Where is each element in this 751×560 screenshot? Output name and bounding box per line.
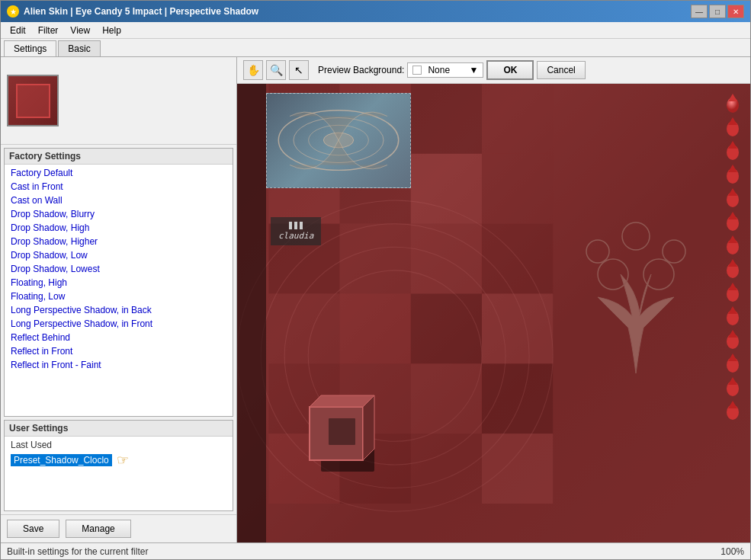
maximize-button[interactable]: □ — [709, 5, 726, 18]
list-item-reflect-faint[interactable]: Reflect in Front - Faint — [5, 358, 233, 372]
list-item-factory-default[interactable]: Factory Default — [5, 166, 233, 180]
status-bar: Built-in settings for the current filter… — [1, 542, 750, 559]
top-toolbar: ✋ 🔍 ↖ Preview Background: None ▼ ☞ OK Ca… — [237, 57, 750, 84]
svg-marker-50 — [728, 165, 737, 172]
preview-bg-value: None — [428, 65, 450, 75]
save-button[interactable]: Save — [7, 520, 59, 538]
list-item-cast-front[interactable]: Cast in Front — [5, 180, 233, 194]
ok-button[interactable]: OK — [486, 60, 534, 80]
tab-basic[interactable]: Basic — [58, 40, 100, 56]
minimize-button[interactable]: — — [691, 5, 708, 18]
status-text: Built-in settings for the current filter — [7, 546, 148, 557]
svg-marker-68 — [728, 377, 737, 385]
preview-thumbnail — [7, 75, 59, 126]
arrow-pointer-icon: ☞ — [117, 452, 129, 469]
svg-point-39 — [643, 259, 674, 290]
list-item-drop-high[interactable]: Drop Shadow, High — [5, 221, 233, 235]
svg-marker-44 — [728, 94, 737, 101]
manage-button[interactable]: Manage — [66, 520, 130, 538]
svg-point-42 — [622, 222, 650, 250]
svg-rect-12 — [482, 224, 553, 294]
list-item-floating-high[interactable]: Floating, High — [5, 276, 233, 290]
tabs-bar: Settings Basic — [1, 39, 750, 57]
svg-rect-8 — [482, 154, 553, 224]
svg-point-38 — [598, 259, 628, 290]
preview-zoom-tool[interactable]: 🔍 — [266, 60, 286, 80]
canvas-preview: claudia — [237, 84, 750, 542]
svg-rect-15 — [411, 293, 482, 363]
close-button[interactable]: ✕ — [727, 5, 744, 18]
bottom-buttons: Save Manage — [1, 514, 236, 542]
svg-rect-10 — [340, 224, 411, 294]
svg-point-40 — [586, 240, 609, 263]
window-title: Alien Skin | Eye Candy 5 Impact | Perspe… — [24, 6, 258, 17]
list-item-reflect-behind[interactable]: Reflect Behind — [5, 331, 233, 344]
svg-point-41 — [663, 240, 685, 263]
list-item-floating-low[interactable]: Floating, Low — [5, 290, 233, 303]
zoom-level: 100% — [721, 546, 744, 557]
preset-item: Preset_Shadow_Cloclo ☞ — [11, 452, 226, 469]
svg-marker-64 — [728, 330, 737, 338]
svg-rect-4 — [482, 84, 553, 154]
factory-settings-box: Factory Settings Factory Default Cast in… — [4, 148, 233, 417]
list-item-cast-wall[interactable]: Cast on Wall — [5, 194, 233, 207]
svg-marker-56 — [728, 235, 737, 243]
title-bar: ★ Alien Skin | Eye Candy 5 Impact | Pers… — [1, 1, 750, 22]
list-item-drop-low[interactable]: Drop Shadow, Low — [5, 248, 233, 262]
svg-rect-37 — [329, 418, 355, 445]
app-icon: ★ — [7, 5, 19, 18]
svg-rect-3 — [411, 84, 482, 154]
tab-settings[interactable]: Settings — [4, 40, 56, 56]
svg-rect-24 — [482, 434, 553, 504]
user-settings-box: User Settings Last Used Preset_Shadow_Cl… — [4, 420, 233, 511]
svg-marker-48 — [728, 141, 737, 149]
cancel-button[interactable]: Cancel — [537, 61, 585, 79]
svg-marker-58 — [728, 259, 737, 267]
svg-marker-70 — [728, 401, 737, 408]
right-area: ✋ 🔍 ↖ Preview Background: None ▼ ☞ OK Ca… — [237, 57, 750, 542]
svg-marker-54 — [728, 212, 737, 219]
list-item-drop-higher[interactable]: Drop Shadow, Higher — [5, 235, 233, 248]
preview-bg-label: Preview Background: — [318, 65, 404, 75]
preview-hand-tool[interactable]: ✋ — [243, 60, 263, 80]
svg-rect-14 — [340, 293, 411, 363]
last-used-label: Last Used — [11, 440, 226, 450]
menu-edit[interactable]: Edit — [4, 24, 32, 37]
menu-bar: Edit Filter View Help — [1, 22, 750, 39]
main-content: Factory Settings Factory Default Cast in… — [1, 57, 750, 542]
left-panel: Factory Settings Factory Default Cast in… — [1, 57, 237, 542]
menu-help[interactable]: Help — [96, 24, 127, 37]
svg-rect-7 — [411, 154, 482, 224]
menu-filter[interactable]: Filter — [32, 24, 65, 37]
menu-view[interactable]: View — [64, 24, 96, 37]
list-item-drop-blurry[interactable]: Drop Shadow, Blurry — [5, 207, 233, 221]
preview-bg-dropdown[interactable]: None ▼ — [407, 62, 483, 78]
svg-marker-66 — [728, 354, 737, 361]
factory-settings-title: Factory Settings — [5, 149, 233, 165]
svg-rect-13 — [268, 293, 339, 363]
svg-rect-19 — [411, 363, 482, 434]
svg-marker-36 — [363, 395, 374, 460]
list-item-reflect-front[interactable]: Reflect in Front — [5, 344, 233, 358]
svg-marker-46 — [728, 117, 737, 125]
svg-marker-62 — [728, 306, 737, 314]
list-item-drop-lowest[interactable]: Drop Shadow, Lowest — [5, 262, 233, 276]
svg-marker-52 — [728, 188, 737, 196]
thumbnail-area — [1, 57, 236, 145]
svg-rect-23 — [411, 434, 482, 504]
list-item-long-back[interactable]: Long Perspective Shadow, in Back — [5, 303, 233, 317]
svg-marker-60 — [728, 283, 737, 290]
preset-name[interactable]: Preset_Shadow_Cloclo — [11, 454, 112, 466]
list-item-long-front[interactable]: Long Perspective Shadow, in Front — [5, 317, 233, 331]
main-window: ★ Alien Skin | Eye Candy 5 Impact | Pers… — [0, 0, 751, 560]
factory-settings-list[interactable]: Factory Default Cast in Front Cast on Wa… — [5, 165, 233, 416]
user-settings-title: User Settings — [5, 421, 233, 437]
svg-rect-11 — [411, 224, 482, 294]
svg-rect-20 — [482, 363, 553, 434]
preview-select-tool[interactable]: ↖ — [289, 60, 309, 80]
